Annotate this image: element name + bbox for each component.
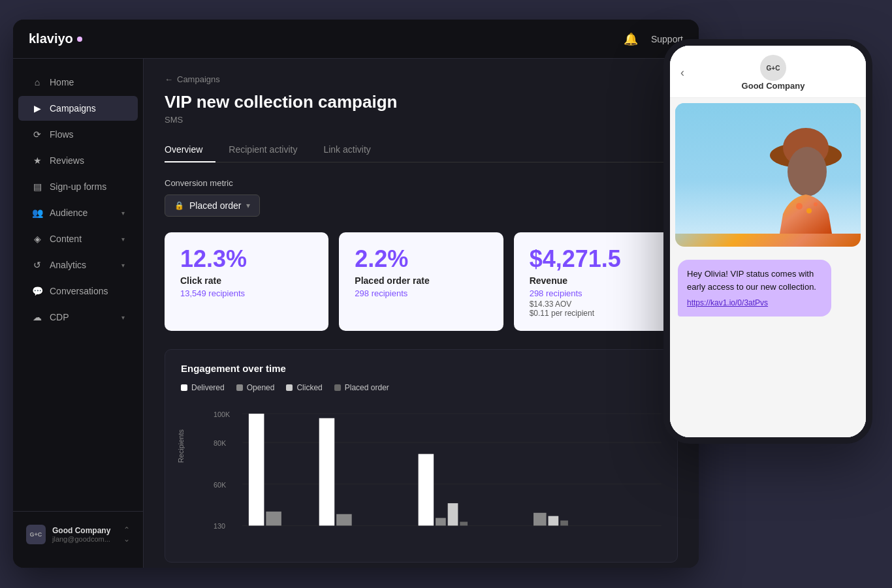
dashboard-card: klaviyo 🔔 Support ⌂ Home ▶ Campaigns ⟳ F…	[13, 20, 699, 568]
phone-message-area: Hey Olivia! VIP status comes with early …	[670, 252, 866, 437]
legend-label-opened: Opened	[247, 383, 275, 392]
legend-label-placed-order: Placed order	[345, 383, 389, 392]
bar-opened-1	[266, 512, 281, 526]
sidebar-item-analytics[interactable]: ↺ Analytics ▾	[18, 253, 138, 277]
home-icon: ⌂	[31, 76, 43, 88]
tab-link-activity[interactable]: Link activity	[310, 138, 383, 162]
phone-image-svg	[675, 103, 861, 234]
phone-back-icon[interactable]: ‹	[680, 66, 684, 80]
conversion-metric-dropdown[interactable]: 🔒 Placed order ▾	[165, 194, 260, 217]
svg-text:100K: 100K	[214, 410, 231, 418]
sidebar-item-cdp[interactable]: ☁ CDP ▾	[18, 305, 138, 330]
phone-image-container	[675, 103, 861, 247]
bell-icon[interactable]: 🔔	[624, 32, 638, 46]
phone-mockup: ‹ G+C Good Company	[663, 39, 872, 444]
svg-point-15	[796, 203, 803, 209]
account-switcher[interactable]: G+C Good Company jlang@goodcom... ⌃⌄	[18, 519, 138, 549]
bar-placed-4	[560, 521, 568, 526]
tab-recipient-activity[interactable]: Recipient activity	[215, 138, 310, 162]
conversion-metric-label: Conversion metric	[165, 178, 678, 188]
sidebar-item-flows[interactable]: ⟳ Flows	[18, 122, 138, 147]
phone-inner: ‹ G+C Good Company	[670, 46, 866, 437]
engagement-chart-svg: 100K 80K 60K 130	[214, 403, 661, 546]
metric-value: 2.2%	[355, 245, 487, 273]
svg-text:130: 130	[214, 522, 225, 530]
bar-opened-2	[336, 514, 352, 526]
sidebar-item-label: Campaigns	[50, 103, 96, 114]
y-axis-label: Recipients	[177, 429, 185, 463]
legend-opened: Opened	[236, 383, 275, 392]
sidebar-item-conversations[interactable]: 💬 Conversations	[18, 279, 138, 303]
legend-delivered: Delivered	[181, 383, 225, 392]
account-name: Good Company	[52, 526, 117, 535]
content-icon: ◈	[31, 233, 43, 245]
account-avatar: G+C	[26, 525, 46, 544]
metric-label: Revenue	[530, 275, 662, 286]
lock-icon: 🔒	[174, 201, 184, 210]
sidebar-item-label: Audience	[50, 208, 88, 218]
sidebar-item-campaigns[interactable]: ▶ Campaigns	[18, 96, 138, 121]
sidebar-item-label: Conversations	[50, 286, 108, 296]
bar-placed-3	[460, 522, 468, 526]
metric-sub: 298 recipients	[530, 288, 662, 298]
chevron-icon: ▾	[121, 262, 125, 269]
chevron-icon: ▾	[121, 209, 125, 217]
account-section: G+C Good Company jlang@goodcom... ⌃⌄	[13, 511, 143, 557]
sidebar-item-label: Home	[50, 77, 74, 87]
audience-icon: 👥	[31, 207, 43, 219]
account-chevron-icon: ⌃⌄	[123, 525, 130, 544]
page-title: VIP new collection campaign	[165, 92, 678, 112]
cdp-icon: ☁	[31, 311, 43, 323]
bar-clicked-3	[448, 503, 458, 525]
svg-point-16	[806, 208, 812, 213]
page-subtitle: SMS	[165, 115, 678, 125]
message-link[interactable]: https://kav1.io/0/3atPvs	[687, 297, 822, 309]
legend-dot-placed-order	[334, 384, 341, 391]
metric-label: Click rate	[180, 275, 313, 286]
svg-point-17	[814, 202, 818, 206]
phone-topbar: ‹ G+C Good Company	[670, 46, 866, 98]
bar-delivered-2	[319, 418, 335, 526]
legend-placed-order: Placed order	[334, 383, 389, 392]
chart-area: Recipients 100K 80K 60K 130	[181, 403, 661, 549]
metric-card-revenue: $4,271.5 Revenue 298 recipients $14.33 A…	[514, 232, 678, 331]
breadcrumb-parent[interactable]: Campaigns	[177, 74, 220, 84]
sidebar-item-audience[interactable]: 👥 Audience ▾	[18, 200, 138, 225]
analytics-icon: ↺	[31, 259, 43, 271]
account-info: Good Company jlang@goodcom...	[52, 526, 117, 543]
phone-avatar-text: G+C	[767, 65, 780, 72]
sidebar-item-home[interactable]: ⌂ Home	[18, 70, 138, 95]
avatar-text: G+C	[30, 531, 42, 538]
metric-value: 12.3%	[180, 245, 313, 273]
sidebar-item-label: Sign-up forms	[50, 181, 106, 192]
page-content: ← Campaigns VIP new collection campaign …	[144, 59, 699, 568]
tabs: Overview Recipient activity Link activit…	[165, 138, 678, 162]
metric-cards: 12.3% Click rate 13,549 recipients 2.2% …	[165, 232, 678, 331]
chevron-icon: ▾	[121, 314, 125, 321]
sidebar-item-signup-forms[interactable]: ▤ Sign-up forms	[18, 174, 138, 199]
phone-image	[675, 103, 861, 247]
conversion-metric-value: Placed order	[189, 200, 241, 211]
conversations-icon: 💬	[31, 285, 43, 297]
sidebar-item-label: Analytics	[50, 260, 86, 270]
sidebar-item-label: CDP	[50, 312, 69, 322]
svg-point-14	[788, 147, 827, 196]
logo-text: klaviyo	[29, 31, 73, 46]
message-bubble: Hey Olivia! VIP status comes with early …	[678, 260, 831, 317]
phone-company-avatar: G+C	[760, 55, 786, 81]
tab-overview[interactable]: Overview	[165, 138, 215, 162]
svg-text:80K: 80K	[214, 439, 227, 447]
bar-clicked-4	[549, 516, 559, 526]
sidebar-item-reviews[interactable]: ★ Reviews	[18, 148, 138, 173]
metric-sub: 298 recipients	[355, 288, 487, 298]
sidebar-item-label: Content	[50, 234, 82, 244]
flows-icon: ⟳	[31, 129, 43, 140]
metric-label: Placed order rate	[355, 275, 487, 286]
metric-sub: 13,549 recipients	[180, 288, 313, 298]
main-area: ⌂ Home ▶ Campaigns ⟳ Flows ★ Reviews ▤ S…	[13, 59, 699, 568]
sidebar-item-label: Flows	[50, 129, 74, 140]
svg-rect-8	[675, 103, 861, 234]
sidebar-item-content[interactable]: ◈ Content ▾	[18, 226, 138, 251]
bar-delivered-1	[249, 414, 264, 526]
bar-opened-4	[534, 513, 547, 526]
